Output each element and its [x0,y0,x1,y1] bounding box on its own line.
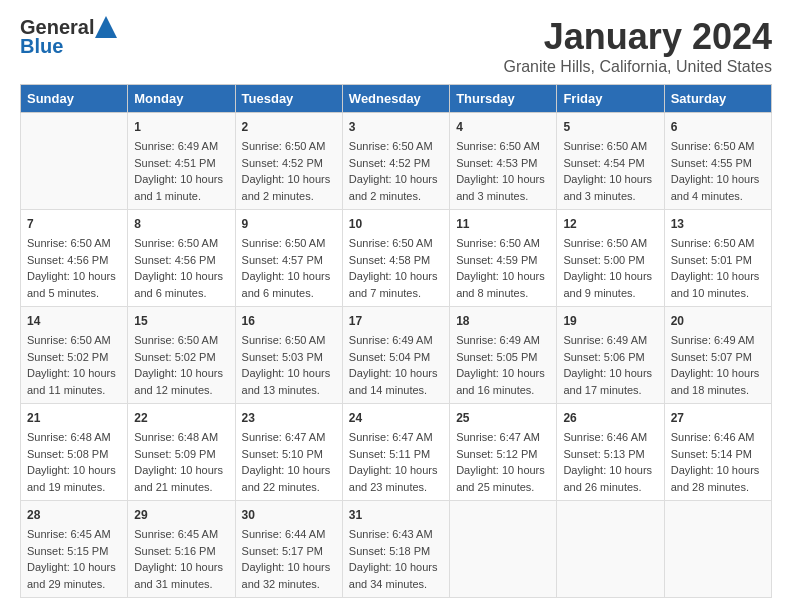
calendar-cell: 11Sunrise: 6:50 AMSunset: 4:59 PMDayligh… [450,210,557,307]
calendar-cell: 4Sunrise: 6:50 AMSunset: 4:53 PMDaylight… [450,113,557,210]
logo-blue: Blue [20,35,63,58]
header-cell-sunday: Sunday [21,85,128,113]
day-number: 29 [134,506,228,524]
calendar-cell: 29Sunrise: 6:45 AMSunset: 5:16 PMDayligh… [128,501,235,598]
calendar-cell: 17Sunrise: 6:49 AMSunset: 5:04 PMDayligh… [342,307,449,404]
day-number: 12 [563,215,657,233]
day-detail: Daylight: 10 hours [27,365,121,382]
day-detail: Sunrise: 6:49 AM [671,332,765,349]
day-detail: and 29 minutes. [27,576,121,593]
calendar-cell: 23Sunrise: 6:47 AMSunset: 5:10 PMDayligh… [235,404,342,501]
day-detail: and 3 minutes. [456,188,550,205]
day-detail: and 21 minutes. [134,479,228,496]
calendar-cell: 19Sunrise: 6:49 AMSunset: 5:06 PMDayligh… [557,307,664,404]
day-detail: Daylight: 10 hours [349,268,443,285]
day-detail: Sunset: 5:12 PM [456,446,550,463]
day-detail: Sunrise: 6:50 AM [563,235,657,252]
day-number: 27 [671,409,765,427]
logo: General Blue [20,16,117,58]
day-detail: and 3 minutes. [563,188,657,205]
day-number: 16 [242,312,336,330]
page-header: General Blue January 2024 Granite Hills,… [20,16,772,76]
day-detail: Daylight: 10 hours [242,268,336,285]
day-detail: Daylight: 10 hours [671,365,765,382]
day-detail: Sunset: 5:10 PM [242,446,336,463]
header-row: SundayMondayTuesdayWednesdayThursdayFrid… [21,85,772,113]
day-detail: Daylight: 10 hours [563,171,657,188]
day-number: 31 [349,506,443,524]
calendar-cell: 7Sunrise: 6:50 AMSunset: 4:56 PMDaylight… [21,210,128,307]
day-detail: Sunrise: 6:50 AM [671,138,765,155]
day-detail: and 19 minutes. [27,479,121,496]
day-detail: Sunset: 5:09 PM [134,446,228,463]
day-detail: Daylight: 10 hours [349,462,443,479]
day-number: 20 [671,312,765,330]
calendar-cell: 22Sunrise: 6:48 AMSunset: 5:09 PMDayligh… [128,404,235,501]
day-number: 4 [456,118,550,136]
day-detail: Sunset: 4:58 PM [349,252,443,269]
day-detail: Sunset: 4:55 PM [671,155,765,172]
calendar-cell: 28Sunrise: 6:45 AMSunset: 5:15 PMDayligh… [21,501,128,598]
day-detail: and 6 minutes. [134,285,228,302]
header-cell-wednesday: Wednesday [342,85,449,113]
day-detail: Daylight: 10 hours [456,365,550,382]
calendar-cell: 26Sunrise: 6:46 AMSunset: 5:13 PMDayligh… [557,404,664,501]
day-detail: Sunset: 5:11 PM [349,446,443,463]
calendar-cell [557,501,664,598]
day-detail: and 14 minutes. [349,382,443,399]
day-detail: Sunset: 5:13 PM [563,446,657,463]
day-number: 14 [27,312,121,330]
day-detail: and 11 minutes. [27,382,121,399]
calendar-header: SundayMondayTuesdayWednesdayThursdayFrid… [21,85,772,113]
calendar-cell: 16Sunrise: 6:50 AMSunset: 5:03 PMDayligh… [235,307,342,404]
calendar-cell: 15Sunrise: 6:50 AMSunset: 5:02 PMDayligh… [128,307,235,404]
day-detail: and 31 minutes. [134,576,228,593]
day-detail: Sunrise: 6:50 AM [456,235,550,252]
day-detail: Daylight: 10 hours [456,462,550,479]
day-detail: and 12 minutes. [134,382,228,399]
day-detail: Sunrise: 6:50 AM [563,138,657,155]
day-number: 7 [27,215,121,233]
day-number: 3 [349,118,443,136]
day-detail: and 13 minutes. [242,382,336,399]
day-detail: and 5 minutes. [27,285,121,302]
day-detail: Sunset: 4:52 PM [242,155,336,172]
day-detail: Daylight: 10 hours [671,268,765,285]
day-detail: Sunset: 4:56 PM [134,252,228,269]
day-detail: Sunset: 4:54 PM [563,155,657,172]
day-detail: and 23 minutes. [349,479,443,496]
day-detail: and 6 minutes. [242,285,336,302]
calendar-cell: 12Sunrise: 6:50 AMSunset: 5:00 PMDayligh… [557,210,664,307]
day-detail: Sunset: 5:15 PM [27,543,121,560]
day-detail: Sunrise: 6:43 AM [349,526,443,543]
day-detail: Sunset: 5:04 PM [349,349,443,366]
day-detail: Sunrise: 6:49 AM [134,138,228,155]
day-number: 24 [349,409,443,427]
day-number: 11 [456,215,550,233]
day-detail: and 1 minute. [134,188,228,205]
calendar-cell: 27Sunrise: 6:46 AMSunset: 5:14 PMDayligh… [664,404,771,501]
day-detail: and 32 minutes. [242,576,336,593]
day-detail: Sunset: 5:02 PM [27,349,121,366]
day-detail: Daylight: 10 hours [134,559,228,576]
day-detail: Daylight: 10 hours [349,365,443,382]
day-detail: Sunrise: 6:50 AM [27,235,121,252]
day-detail: Sunrise: 6:48 AM [27,429,121,446]
day-number: 17 [349,312,443,330]
day-detail: Daylight: 10 hours [349,559,443,576]
day-detail: Sunrise: 6:46 AM [563,429,657,446]
day-detail: Daylight: 10 hours [563,462,657,479]
day-detail: Daylight: 10 hours [563,268,657,285]
day-number: 19 [563,312,657,330]
day-detail: Sunrise: 6:47 AM [242,429,336,446]
calendar-cell: 13Sunrise: 6:50 AMSunset: 5:01 PMDayligh… [664,210,771,307]
day-detail: Sunrise: 6:45 AM [27,526,121,543]
day-number: 15 [134,312,228,330]
day-number: 25 [456,409,550,427]
day-detail: Sunset: 5:05 PM [456,349,550,366]
day-detail: Sunset: 5:08 PM [27,446,121,463]
day-detail: Sunrise: 6:50 AM [349,138,443,155]
day-number: 18 [456,312,550,330]
day-detail: and 28 minutes. [671,479,765,496]
day-detail: and 17 minutes. [563,382,657,399]
